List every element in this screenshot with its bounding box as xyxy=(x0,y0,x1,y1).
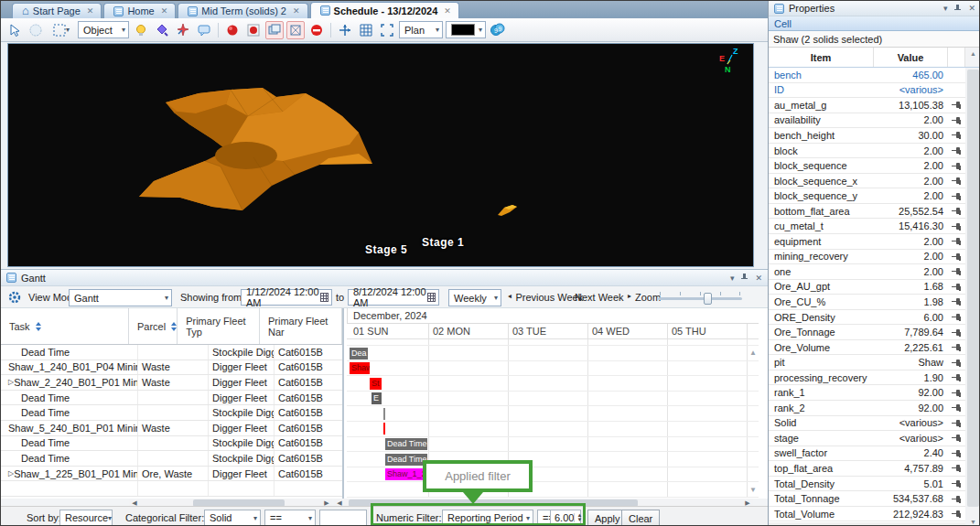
gantt-bar[interactable] xyxy=(383,423,385,435)
pin-icon[interactable] xyxy=(952,510,962,517)
gantt-bar[interactable]: St xyxy=(370,378,382,390)
property-row[interactable]: Total_Volume 212,924.83 xyxy=(769,507,965,522)
property-row[interactable]: cu_metal_t 15,416.30 xyxy=(769,219,965,234)
view-mode-dropdown[interactable]: Gantt xyxy=(69,289,172,306)
plan-view-dropdown[interactable]: Plan xyxy=(399,21,443,38)
task-cell[interactable]: Dead Time xyxy=(1,451,138,466)
lightbulb-icon[interactable] xyxy=(132,21,150,39)
task-cell[interactable] xyxy=(1,481,138,496)
pin-icon[interactable] xyxy=(952,329,962,336)
gantt-bar[interactable] xyxy=(383,408,385,420)
pin-icon[interactable] xyxy=(952,344,962,350)
fleet-type-cell[interactable]: Stockpile Digger xyxy=(209,451,275,466)
parcel-cell[interactable] xyxy=(138,345,209,360)
pin-icon[interactable] xyxy=(952,480,962,487)
pin-icon[interactable] xyxy=(952,298,962,305)
fleet-name-cell[interactable]: Cat6015B xyxy=(275,391,342,405)
document-tab[interactable]: Mid Term (solids) 2 xyxy=(178,3,307,18)
gantt-task-row[interactable]: Dead Time Stockpile Digger Cat6015B xyxy=(1,436,342,452)
solid-display-button[interactable] xyxy=(265,21,284,39)
task-cell[interactable]: Shaw_1_240_B01_P04 Mining xyxy=(1,360,138,375)
gantt-bar[interactable]: Dea xyxy=(350,348,368,360)
property-row[interactable]: pit Shaw xyxy=(769,355,965,370)
property-row[interactable]: bench 465.00 xyxy=(769,68,965,83)
fleet-name-cell[interactable] xyxy=(275,481,342,496)
property-row[interactable]: top_flat_area 4,757.89 xyxy=(769,461,965,477)
rectangle-select-button[interactable] xyxy=(48,21,75,39)
fleet-name-cell[interactable]: Cat6015B xyxy=(275,405,342,420)
parcel-cell[interactable] xyxy=(138,451,209,466)
object-mode-dropdown[interactable]: Object xyxy=(78,21,129,38)
gantt-task-row[interactable]: Dead Time Stockpile Digger Cat6015B xyxy=(1,345,342,360)
fleet-type-cell[interactable]: Stockpile Digger xyxy=(209,436,275,451)
property-row[interactable]: block_sequence_y 2.00 xyxy=(769,188,965,204)
parcel-cell[interactable]: Waste xyxy=(138,360,209,375)
fleet-name-cell[interactable]: Cat6015B xyxy=(275,375,342,390)
calendar-icon[interactable] xyxy=(427,293,436,302)
fleet-name-cell[interactable]: Cat6015B xyxy=(275,436,342,451)
categorical-field-dropdown[interactable]: Solid xyxy=(204,510,261,526)
pin-icon[interactable] xyxy=(952,450,962,456)
labels-badge-icon[interactable]: 99 xyxy=(489,21,507,39)
chart-scroll-up-icon[interactable]: ▲ xyxy=(749,349,757,357)
property-row[interactable]: ORE_Density 6.00 xyxy=(769,310,965,326)
pin-icon[interactable] xyxy=(952,147,962,154)
comment-icon[interactable] xyxy=(195,21,213,39)
pin-icon[interactable] xyxy=(952,420,962,426)
sphere-box-icon[interactable] xyxy=(244,21,263,39)
pin-icon[interactable] xyxy=(952,193,962,199)
parcel-cell[interactable]: Waste xyxy=(138,421,209,435)
gear-icon[interactable] xyxy=(8,291,21,306)
gantt-task-row[interactable]: Dead Time Digger Fleet Cat6015B xyxy=(1,391,342,406)
property-row[interactable]: Ore_CU_% 1.98 xyxy=(769,295,965,310)
parcel-cell[interactable] xyxy=(138,481,209,496)
to-date-input[interactable]: 8/12/2024 12:00 AM xyxy=(348,289,439,306)
pin-icon[interactable] xyxy=(952,314,962,320)
property-row[interactable]: block_sequence_x 2.00 xyxy=(769,174,965,189)
zoom-slider[interactable] xyxy=(658,292,742,305)
pin-icon[interactable] xyxy=(952,223,962,230)
property-row[interactable]: Solid <various> xyxy=(769,416,965,432)
sort-icon[interactable] xyxy=(171,322,177,331)
gantt-task-row[interactable]: Shaw_5_240_B01_P01 Mining Waste Digger F… xyxy=(1,421,342,436)
wireframe-display-button[interactable] xyxy=(286,21,305,39)
fleet-name-cell[interactable]: Cat6015B xyxy=(275,467,342,481)
viewport-3d[interactable]: Stage 5 Stage 1 Z E N xyxy=(7,43,754,267)
pin-icon[interactable] xyxy=(952,435,962,441)
property-row[interactable]: ID <various> xyxy=(769,83,965,99)
gantt-task-row[interactable]: Shaw_1_240_B01_P04 Mining Waste Digger F… xyxy=(1,360,342,376)
property-row[interactable]: availability 2.00 xyxy=(769,113,965,129)
fleet-type-cell[interactable]: Digger Fleet xyxy=(209,421,275,435)
previous-week-button[interactable]: ⯇Previous Week xyxy=(507,292,583,303)
sphere-icon[interactable] xyxy=(223,21,242,39)
property-row[interactable]: processing_recovery 1.90 xyxy=(769,370,965,386)
property-row[interactable]: Total_Density 5.01 xyxy=(769,477,965,492)
next-week-button[interactable]: Next Week⯈ xyxy=(575,292,632,303)
column-header[interactable]: Primary Fleet Typ xyxy=(178,308,260,344)
calendar-icon[interactable] xyxy=(320,293,328,302)
gantt-task-row[interactable]: Dead Time Stockpile Digger Cat6015B xyxy=(1,405,342,421)
no-entry-icon[interactable] xyxy=(307,21,326,39)
zoom-slider-track[interactable] xyxy=(658,297,742,300)
gantt-task-row[interactable]: Dead Time Stockpile Digger Cat6015B xyxy=(1,451,342,467)
property-row[interactable]: one 2.00 xyxy=(769,264,965,280)
column-header[interactable]: Task xyxy=(1,308,129,344)
magic-wand-icon[interactable] xyxy=(174,21,192,39)
gantt-task-row[interactable]: ▷ Shaw_2_240_B01_P01 Mining Waste Digger… xyxy=(1,375,342,391)
zoom-slider-thumb[interactable] xyxy=(704,293,712,305)
pin-icon[interactable] xyxy=(952,117,962,123)
document-tab[interactable]: Schedule - 13/12/2024 xyxy=(310,2,459,18)
property-row[interactable]: mining_recovery 2.00 xyxy=(769,250,965,265)
pin-icon[interactable] xyxy=(952,238,962,244)
cell-tab[interactable]: Cell xyxy=(769,16,980,31)
pin-icon[interactable] xyxy=(952,465,962,471)
property-row[interactable]: Ore_AU_gpt 1.68 xyxy=(769,280,965,295)
fleet-name-cell[interactable]: Cat6015B xyxy=(275,451,342,466)
fleet-type-cell[interactable]: Digger Fleet xyxy=(209,391,275,405)
fleet-type-cell[interactable] xyxy=(209,481,275,496)
task-cell[interactable]: Dead Time xyxy=(1,405,138,420)
gantt-bar[interactable]: E xyxy=(372,392,382,404)
document-tab[interactable]: ⌂ Start Page xyxy=(12,3,102,18)
tab-close-icon[interactable] xyxy=(444,6,451,16)
parcel-cell[interactable] xyxy=(138,405,209,420)
